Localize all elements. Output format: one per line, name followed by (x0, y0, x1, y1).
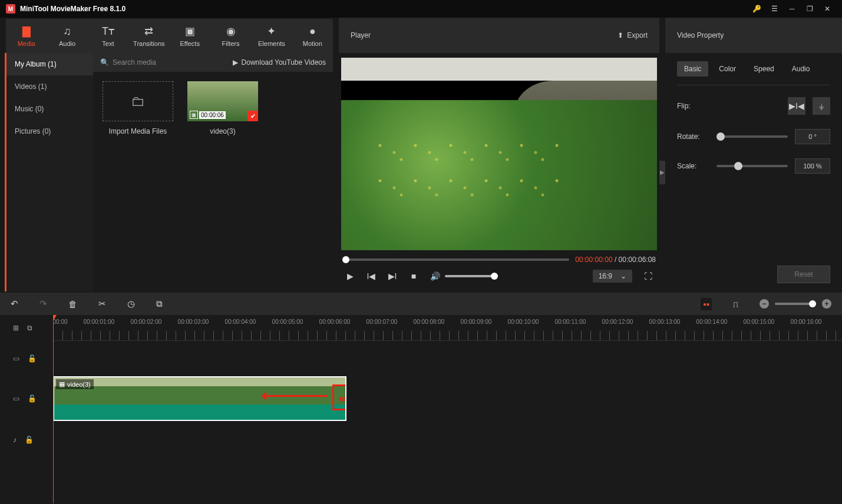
zoom-out-button[interactable]: − (760, 299, 769, 309)
main-tabs: ▇ Media ♫ Audio Tᴛ Text ⇄ Transitions ▣ … (6, 19, 333, 53)
zoom-in-button[interactable]: + (822, 299, 831, 309)
effects-icon: ▣ (185, 25, 195, 38)
import-media-button[interactable]: 🗀 (103, 81, 173, 121)
next-frame-button[interactable]: ▶I (387, 271, 398, 281)
volume-slider[interactable] (445, 275, 498, 277)
property-title: Video Property (677, 31, 724, 39)
zoom-slider[interactable] (775, 303, 816, 305)
speed-button[interactable]: ◷ (127, 299, 135, 309)
tab-filters[interactable]: ◉ Filters (210, 19, 251, 53)
elements-icon: ✦ (267, 25, 276, 38)
import-label: Import Media Files (103, 127, 173, 135)
lock-icon[interactable]: 🔓 (28, 394, 37, 403)
time-total: 00:00:06:08 (619, 256, 656, 264)
reset-button[interactable]: Reset (777, 266, 830, 283)
sidebar-item-music[interactable]: Music (0) (5, 98, 93, 120)
minimize-button[interactable]: ─ (783, 0, 801, 18)
lock-icon[interactable]: 🔓 (28, 354, 37, 363)
preview-canvas (341, 58, 657, 250)
motion-icon: ● (309, 25, 316, 38)
text-icon: Tᴛ (102, 25, 114, 38)
timeline-clip[interactable]: ▦video(3) ⇔ (53, 376, 346, 421)
prop-tab-color[interactable]: Color (712, 61, 743, 77)
snap-button[interactable]: ▪▪ (701, 298, 712, 310)
prop-tab-speed[interactable]: Speed (747, 61, 781, 77)
media-duration: 00:00:06 (199, 111, 226, 119)
app-logo: M (6, 4, 15, 14)
tab-transitions[interactable]: ⇄ Transitions (128, 19, 169, 53)
key-icon[interactable]: 🔑 (748, 0, 765, 18)
sidebar-item-myalbum[interactable]: My Album (1) (6, 53, 93, 75)
aspect-ratio-dropdown[interactable]: 16:9 ⌄ (593, 270, 632, 283)
clip-icon: ▦ (59, 380, 65, 388)
scale-slider[interactable] (716, 165, 788, 167)
export-icon: ⬆ (618, 31, 623, 39)
split-button[interactable]: ✂ (98, 299, 106, 309)
crop-button[interactable]: ⧉ (156, 299, 163, 309)
trim-arrow-annotation (263, 395, 328, 397)
magnet-button[interactable]: ⎍ (733, 299, 738, 309)
scale-label: Scale: (677, 162, 709, 170)
search-input[interactable]: 🔍 Search media (100, 58, 228, 67)
scale-value[interactable]: 100 % (795, 158, 830, 174)
app-title: MiniTool MovieMaker Free 8.1.0 (20, 5, 748, 13)
player-title: Player (351, 31, 371, 39)
duplicate-track-button[interactable]: ⧉ (27, 324, 32, 332)
delete-button[interactable]: 🗑 (68, 299, 77, 309)
add-track-button[interactable]: ⊞ (13, 324, 19, 332)
tab-audio[interactable]: ♫ Audio (47, 19, 87, 53)
video-track-icon: ▭ (13, 354, 19, 363)
check-icon: ✔ (247, 111, 258, 121)
folder-icon: ▇ (22, 25, 31, 38)
chevron-down-icon: ⌄ (620, 272, 626, 280)
time-current: 00:00:00:00 (575, 256, 612, 264)
sidebar-item-pictures[interactable]: Pictures (0) (5, 120, 93, 142)
trim-handle-icon[interactable]: ⇔ (339, 392, 346, 406)
sidebar-item-videos[interactable]: Videos (1) (5, 75, 93, 98)
maximize-button[interactable]: ❐ (801, 0, 818, 18)
youtube-icon: ▶ (233, 58, 238, 67)
stop-button[interactable]: ■ (408, 271, 419, 281)
rotate-label: Rotate: (677, 132, 709, 141)
seek-slider[interactable] (342, 258, 569, 261)
library-sidebar: My Album (1) Videos (1) Music (0) Pictur… (5, 53, 93, 291)
track-row[interactable] (53, 341, 842, 376)
folder-icon: 🗀 (131, 93, 145, 110)
lock-icon[interactable]: 🔓 (25, 436, 34, 444)
tab-motion[interactable]: ● Motion (292, 19, 333, 53)
export-button[interactable]: ⬆ Export (618, 31, 648, 39)
prev-frame-button[interactable]: I◀ (366, 271, 377, 281)
track-row[interactable]: ▦video(3) ⇔ (53, 376, 842, 421)
menu-icon[interactable]: ☰ (765, 0, 783, 18)
download-youtube-link[interactable]: ▶ Download YouTube Videos (233, 58, 326, 67)
media-item[interactable]: ▦ 00:00:06 ✔ video(3) (187, 81, 258, 135)
panel-collapse-button[interactable]: ▶ (659, 161, 665, 184)
music-note-icon: ♫ (63, 25, 71, 38)
tab-elements[interactable]: ✦ Elements (251, 19, 292, 53)
prop-tab-basic[interactable]: Basic (677, 61, 708, 77)
volume-icon[interactable]: 🔊 (430, 271, 440, 281)
tab-media[interactable]: ▇ Media (6, 19, 47, 53)
video-icon: ▦ (190, 111, 198, 119)
tab-effects[interactable]: ▣ Effects (170, 19, 210, 53)
flip-horizontal-button[interactable]: ▶I◀ (788, 97, 805, 115)
track-row[interactable] (53, 421, 842, 459)
playhead[interactable] (53, 315, 54, 503)
video-track-icon: ▭ (13, 394, 19, 403)
audio-track-icon: ♪ (13, 436, 16, 444)
fullscreen-button[interactable]: ⛶ (643, 271, 653, 281)
flip-label: Flip: (677, 102, 709, 110)
timeline-ruler[interactable]: 00:00 00:00:01:00 00:00:02:00 00:00:03:0… (53, 315, 842, 341)
flip-vertical-button[interactable]: ⏚ (813, 97, 830, 115)
play-button[interactable]: ▶ (345, 271, 355, 281)
filters-icon: ◉ (226, 25, 236, 38)
prop-tab-audio[interactable]: Audio (785, 61, 817, 77)
redo-button[interactable]: ↷ (39, 299, 47, 309)
tab-text[interactable]: Tᴛ Text (88, 19, 128, 53)
media-name: video(3) (187, 127, 258, 135)
undo-button[interactable]: ↶ (11, 299, 18, 309)
search-icon: 🔍 (100, 58, 109, 67)
rotate-value[interactable]: 0 ° (795, 129, 830, 144)
close-button[interactable]: ✕ (818, 0, 836, 18)
rotate-slider[interactable] (716, 135, 788, 138)
